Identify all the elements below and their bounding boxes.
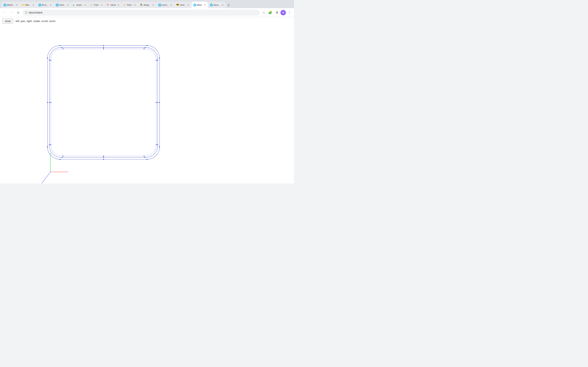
svg-point-15 <box>103 48 104 49</box>
forward-button[interactable]: → <box>9 10 14 16</box>
svg-point-35 <box>61 157 62 158</box>
tab-close-mod[interactable]: ✕ <box>187 3 190 6</box>
toolbar-right: ☆ 🧩 ⬇ M ⋮ <box>261 10 292 16</box>
tab-label-about-active: abou <box>197 4 203 6</box>
svg-point-21 <box>156 60 157 61</box>
svg-point-33 <box>103 156 104 157</box>
tab-close-acad[interactable]: ✕ <box>84 3 87 6</box>
download-button[interactable]: ⬇ <box>274 10 280 16</box>
tab-favicon-acad: ● <box>73 3 76 6</box>
tab-close-fab1[interactable]: ✕ <box>100 3 103 6</box>
svg-point-16 <box>147 45 148 46</box>
hint-text: left: pan, right: rotate, scroll: zoom <box>16 20 56 23</box>
svg-point-31 <box>103 159 104 160</box>
reload-button[interactable]: ↻ <box>16 10 21 16</box>
svg-point-11 <box>61 47 62 48</box>
tab-close-files[interactable]: ✕ <box>32 3 35 6</box>
tab-label-files: files <box>25 4 31 6</box>
extensions-button[interactable]: 🧩 <box>268 10 273 16</box>
svg-point-42 <box>50 102 51 103</box>
tab-close-inbox[interactable]: ✕ <box>117 3 120 6</box>
svg-point-7 <box>47 58 48 59</box>
tab-label-hard: hard... <box>59 4 66 6</box>
tab-about-active[interactable]: 🌐 abou ✕ <box>191 2 208 8</box>
menu-button[interactable]: ⋮ <box>287 10 292 16</box>
tab-label-acad: acad... <box>76 4 83 6</box>
canvas-svg <box>0 25 294 184</box>
tab-mod[interactable]: 😎 mod... ✕ <box>174 2 191 8</box>
svg-point-27 <box>156 144 157 145</box>
controls-bar: close left: pan, right: rotate, scroll: … <box>0 17 294 25</box>
svg-point-19 <box>159 58 160 59</box>
tab-label-laxm: Laxm... <box>162 4 169 6</box>
canvas-area[interactable] <box>0 25 294 184</box>
svg-point-38 <box>49 144 50 145</box>
tab-label-fab2: Fab / <box>127 4 133 6</box>
svg-point-37 <box>47 146 48 147</box>
tab-favicon-inbox: M <box>107 3 110 6</box>
tab-laxm[interactable]: 🌐 Laxm... ✕ <box>156 2 174 8</box>
close-button[interactable]: close <box>2 19 13 24</box>
profile-avatar[interactable]: M <box>281 10 286 15</box>
browser-chrome: 🌐 Week... ✕ 📁 files ✕ 🌐 Bruc... ✕ 🌐 hard… <box>0 0 294 17</box>
tab-label-about2: abou... <box>213 4 220 6</box>
tab-desig[interactable]: 🦆 desig... ✕ <box>138 2 156 8</box>
svg-point-18 <box>144 48 145 49</box>
tab-close-hard[interactable]: ✕ <box>66 3 69 6</box>
tab-favicon-bruc: 🌐 <box>38 3 41 6</box>
tab-close-laxm[interactable]: ✕ <box>170 3 173 6</box>
tab-about2[interactable]: 🌐 abou... ✕ <box>208 2 226 8</box>
svg-point-22 <box>159 102 160 103</box>
svg-point-26 <box>157 144 158 145</box>
new-tab-button[interactable]: + <box>226 2 232 8</box>
svg-point-25 <box>159 146 160 147</box>
tab-fab1[interactable]: ⬡ Fab / ✕ <box>89 2 105 8</box>
svg-point-9 <box>50 60 51 61</box>
tab-close-about-active[interactable]: ✕ <box>203 3 206 6</box>
tab-close-weekly[interactable]: ✕ <box>15 3 18 6</box>
svg-point-41 <box>49 102 50 103</box>
svg-point-20 <box>157 59 158 60</box>
address-text: about:blank <box>29 11 43 14</box>
svg-point-30 <box>144 156 145 157</box>
tab-acad[interactable]: ● acad... ✕ <box>71 2 88 8</box>
tab-fab2[interactable]: ⬡ Fab / ✕ <box>122 2 138 8</box>
tab-favicon-fab2: ⬡ <box>123 3 126 6</box>
tab-close-about2[interactable]: ✕ <box>221 3 224 6</box>
svg-point-10 <box>60 45 61 46</box>
svg-point-12 <box>62 48 63 49</box>
tab-inbox[interactable]: M Inbox ✕ <box>105 2 121 8</box>
address-bar-icon: ⓘ <box>25 11 27 15</box>
tab-close-desig[interactable]: ✕ <box>152 3 155 6</box>
tab-label-mod: mod... <box>180 4 186 6</box>
tab-favicon-laxm: 🌐 <box>158 3 161 6</box>
tab-favicon-files: 📁 <box>22 3 25 6</box>
tab-close-fab2[interactable]: ✕ <box>134 3 136 6</box>
bookmark-button[interactable]: ☆ <box>261 10 267 16</box>
svg-point-13 <box>103 45 104 46</box>
tab-favicon-desig: 🦆 <box>140 3 143 6</box>
tab-hard[interactable]: 🌐 hard... ✕ <box>54 2 71 8</box>
tab-bruc[interactable]: 🌐 Bruc... ✕ <box>36 2 54 8</box>
svg-point-17 <box>145 47 146 48</box>
tab-favicon-hard: 🌐 <box>56 3 58 6</box>
svg-point-8 <box>49 59 50 60</box>
svg-point-24 <box>156 102 157 103</box>
tab-favicon-mod: 😎 <box>176 3 179 6</box>
address-bar[interactable]: ⓘ about:blank <box>22 9 260 16</box>
tab-weekly[interactable]: 🌐 Week... ✕ <box>2 2 20 8</box>
svg-point-40 <box>47 102 48 103</box>
tab-close-bruc[interactable]: ✕ <box>49 3 52 6</box>
tab-favicon-fab1: ⬡ <box>90 3 93 6</box>
svg-point-34 <box>60 159 61 160</box>
tab-favicon-about2: 🌐 <box>210 3 213 6</box>
tab-files[interactable]: 📁 files ✕ <box>20 2 36 8</box>
tab-label-fab1: Fab / <box>94 4 100 6</box>
svg-point-23 <box>157 102 158 103</box>
svg-point-29 <box>145 157 146 158</box>
tab-label-bruc: Bruc... <box>42 4 48 6</box>
tab-favicon-about-active: 🌐 <box>193 3 196 6</box>
svg-point-28 <box>147 159 148 160</box>
svg-point-32 <box>103 157 104 158</box>
back-button[interactable]: ← <box>2 10 7 16</box>
